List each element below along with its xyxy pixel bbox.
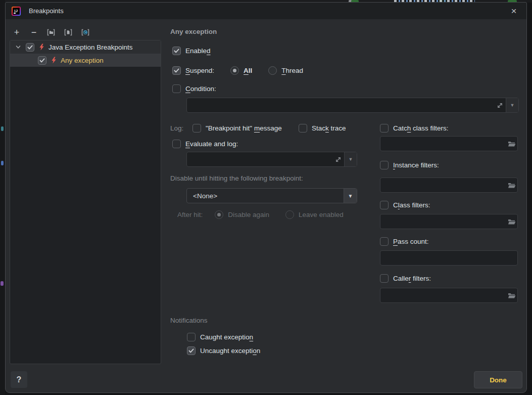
suspend-thread-label[interactable]: Thread bbox=[281, 67, 303, 74]
condition-checkbox[interactable] bbox=[172, 84, 181, 93]
caller-filters-checkbox[interactable] bbox=[380, 274, 389, 283]
intellij-logo-icon: IJ bbox=[12, 7, 21, 16]
group-by-class-icon: C bbox=[81, 28, 90, 36]
browse-folder-icon[interactable] bbox=[506, 182, 517, 189]
enabled-checkbox[interactable] bbox=[172, 47, 181, 55]
pass-count-row[interactable]: Pass count: bbox=[380, 236, 429, 246]
suspend-row: Suspend: All Thread bbox=[172, 65, 303, 75]
expand-editor-icon[interactable] bbox=[332, 152, 344, 166]
label-text: Disable until hitting the following brea… bbox=[170, 174, 303, 182]
condition-checkbox-row[interactable]: Condition: bbox=[172, 83, 216, 94]
label-text: Catc bbox=[393, 124, 407, 132]
uncaught-exception-checkbox[interactable] bbox=[187, 346, 196, 355]
background-window-sliver-left bbox=[0, 0, 5, 395]
label-text: Log: bbox=[170, 124, 183, 132]
condition-history-dropdown[interactable]: ▼ bbox=[506, 98, 518, 112]
suspend-all-label[interactable]: All bbox=[244, 67, 252, 74]
group-by-package-button[interactable] bbox=[45, 26, 57, 38]
combobox-value: <None> bbox=[187, 192, 217, 200]
tree-row-java-exception-breakpoints[interactable]: Java Exception Breakpoints bbox=[10, 40, 161, 54]
tree-row-label: Java Exception Breakpoints bbox=[49, 43, 133, 51]
group-by-file-icon bbox=[64, 28, 73, 36]
breakpoint-hit-message-label: "Breakpoint hit" message bbox=[206, 124, 282, 132]
add-breakpoint-button[interactable]: + bbox=[11, 26, 23, 38]
done-button[interactable]: Done bbox=[474, 371, 522, 388]
caller-filters-input[interactable] bbox=[380, 292, 506, 299]
stack-trace-checkbox[interactable] bbox=[299, 124, 307, 133]
group-by-class-button[interactable]: C bbox=[79, 26, 91, 38]
label-text: C bbox=[393, 201, 398, 209]
pass-count-field bbox=[380, 250, 518, 266]
catch-class-filters-label: Catch class filters: bbox=[393, 124, 449, 132]
label-mnemonic: n bbox=[250, 333, 254, 341]
instance-filters-input[interactable] bbox=[380, 182, 506, 189]
caught-exception-label: Caught exception bbox=[200, 333, 253, 341]
enabled-checkbox-row[interactable]: Enabled bbox=[172, 46, 211, 56]
breakpoint-hit-message-checkbox[interactable] bbox=[192, 124, 201, 133]
pass-count-checkbox[interactable] bbox=[380, 237, 389, 246]
pass-count-input[interactable] bbox=[380, 254, 517, 262]
suspend-checkbox[interactable] bbox=[172, 66, 181, 75]
logo-text: IJ bbox=[15, 9, 18, 13]
instance-filters-checkbox[interactable] bbox=[380, 161, 389, 169]
chevron-down-icon[interactable]: ▼ bbox=[344, 189, 357, 203]
help-button[interactable]: ? bbox=[11, 371, 27, 388]
tree-row-checkbox[interactable] bbox=[38, 56, 46, 65]
class-filters-input[interactable] bbox=[380, 218, 506, 226]
label-text: ondition: bbox=[190, 85, 216, 93]
log-message-checkbox-row[interactable]: "Breakpoint hit" message bbox=[192, 123, 282, 133]
class-filters-label: Class filters: bbox=[393, 201, 430, 209]
catch-class-filters-checkbox[interactable] bbox=[380, 124, 389, 133]
browse-folder-icon[interactable] bbox=[506, 141, 517, 147]
chevron-down-icon[interactable] bbox=[14, 43, 22, 51]
remove-breakpoint-button[interactable]: − bbox=[28, 26, 40, 38]
evaluate-checkbox-row[interactable]: Evaluate and log: bbox=[172, 139, 238, 149]
evaluate-field: ▼ bbox=[186, 152, 357, 167]
label-mnemonic: T bbox=[281, 67, 285, 74]
close-button[interactable]: × bbox=[507, 5, 520, 18]
suspend-thread-radio[interactable] bbox=[268, 66, 277, 75]
evaluate-input[interactable] bbox=[187, 152, 332, 166]
instance-filters-field bbox=[380, 178, 518, 193]
catch-class-filters-row[interactable]: Catch class filters: bbox=[380, 123, 449, 133]
class-filters-row[interactable]: Class filters: bbox=[380, 200, 430, 210]
tree-row-checkbox[interactable] bbox=[26, 43, 34, 52]
caller-filters-field bbox=[380, 288, 518, 303]
stack-trace-checkbox-row[interactable]: Stack trace bbox=[299, 123, 346, 133]
browse-folder-icon[interactable] bbox=[506, 292, 517, 299]
instance-filters-label: Instance filters: bbox=[393, 161, 439, 169]
enabled-label: Enabled bbox=[185, 47, 211, 55]
condition-input[interactable] bbox=[187, 98, 494, 112]
evaluate-history-dropdown[interactable]: ▼ bbox=[344, 152, 357, 166]
background-icon-sliver bbox=[1, 161, 4, 165]
browse-folder-icon[interactable] bbox=[506, 218, 517, 225]
label-text: Caught exceptio bbox=[200, 333, 250, 341]
label-text: Uncaught excepti bbox=[200, 347, 253, 355]
label-mnemonic: A bbox=[244, 67, 249, 74]
uncaught-exception-row[interactable]: Uncaught exception bbox=[187, 345, 260, 356]
label-mnemonic: P bbox=[393, 238, 398, 245]
breakpoint-name-header: Any exception bbox=[170, 28, 217, 35]
label-mnemonic: o bbox=[253, 347, 257, 355]
disable-until-label: Disable until hitting the following brea… bbox=[170, 173, 303, 183]
evaluate-and-log-label: Evaluate and log: bbox=[185, 140, 238, 148]
caller-filters-row[interactable]: Caller filters: bbox=[380, 273, 431, 283]
notifications-section-label: Notifications bbox=[170, 315, 208, 325]
catch-class-filters-input[interactable] bbox=[380, 140, 506, 148]
tree-row-any-exception[interactable]: Any exception bbox=[10, 54, 161, 67]
svg-text:C: C bbox=[84, 30, 87, 35]
breakpoints-toolbar: + − C bbox=[11, 26, 91, 39]
disable-until-combobox[interactable]: <None> ▼ bbox=[186, 188, 357, 203]
suspend-all-radio[interactable] bbox=[230, 66, 239, 75]
instance-filters-row[interactable]: Instance filters: bbox=[380, 160, 439, 170]
class-filters-checkbox[interactable] bbox=[380, 201, 389, 209]
label-text: valuate and log: bbox=[190, 140, 238, 148]
dialog-titlebar[interactable]: IJ Breakpoints × bbox=[6, 3, 526, 19]
breakpoints-dialog: IJ Breakpoints × + − bbox=[5, 2, 527, 393]
label-mnemonic: d bbox=[207, 47, 211, 55]
caught-exception-row[interactable]: Caught exception bbox=[187, 332, 253, 342]
group-by-file-button[interactable] bbox=[62, 26, 74, 38]
expand-editor-icon[interactable] bbox=[494, 98, 506, 112]
caught-exception-checkbox[interactable] bbox=[187, 333, 196, 341]
evaluate-and-log-checkbox[interactable] bbox=[172, 140, 181, 148]
